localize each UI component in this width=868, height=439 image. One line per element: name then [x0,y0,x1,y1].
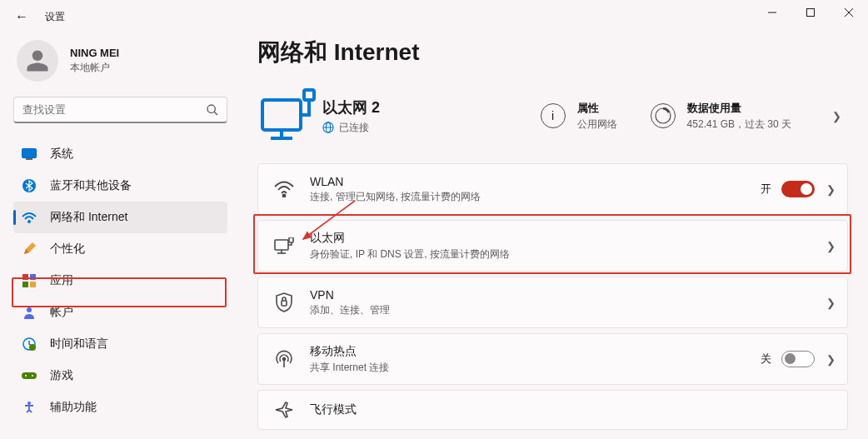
back-button[interactable]: ← [13,9,30,24]
card-sub: 连接, 管理已知网络, 按流量计费的网络 [310,190,481,204]
airplane-icon [273,399,295,421]
chevron-right-icon: ❯ [826,297,836,309]
chevron-right-icon[interactable]: ❯ [825,110,848,122]
connection-icon [257,87,322,145]
sidebar-item-label: 个性化 [50,242,85,257]
apps-icon [22,273,37,288]
sidebar-item-label: 游戏 [50,368,73,383]
connection-name: 以太网 2 [322,97,380,117]
search-input[interactable] [13,97,227,123]
close-button[interactable] [830,0,868,25]
sidebar-item-label: 网络和 Internet [50,210,127,225]
svg-rect-12 [22,282,28,287]
svg-point-20 [27,402,31,405]
svg-line-5 [214,112,217,115]
svg-rect-10 [22,274,28,280]
svg-rect-33 [289,237,293,242]
hotspot-toggle[interactable] [781,351,815,367]
sidebar-item-label: 辅助功能 [50,400,97,415]
svg-rect-21 [262,100,301,130]
svg-rect-13 [30,282,36,287]
chevron-right-icon: ❯ [826,240,836,252]
toggle-label: 开 [761,182,771,197]
sidebar-item-label: 系统 [50,147,73,162]
network-icon [22,210,37,225]
sidebar-item-label: 时间和语言 [50,337,108,352]
card-title: 移动热点 [310,344,389,359]
svg-rect-6 [22,149,37,158]
card-ethernet[interactable]: 以太网 身份验证, IP 和 DNS 设置, 按流量计费的网络 ❯ [257,220,848,272]
card-title: WLAN [310,175,481,188]
svg-point-16 [29,344,36,351]
svg-rect-1 [807,9,815,17]
card-sub: 共享 Internet 连接 [310,361,389,375]
sidebar-item-apps[interactable]: 应用 [13,265,227,297]
time-icon [22,337,37,352]
toggle-label: 关 [761,352,771,367]
card-title: 飞行模式 [310,402,357,417]
system-icon [22,147,37,162]
sidebar-item-accounts[interactable]: 帐户 [13,297,227,328]
chevron-right-icon: ❯ [826,353,836,366]
sidebar-item-label: 蓝牙和其他设备 [50,178,132,193]
svg-rect-24 [304,90,314,100]
gaming-icon [22,368,37,383]
data-usage-block[interactable]: 数据使用量 452.41 GB，过去 30 天 [651,101,791,132]
maximize-button[interactable] [791,0,830,25]
bluetooth-icon [22,178,37,193]
accounts-icon [22,305,37,320]
personalize-icon [22,242,37,257]
svg-rect-34 [282,301,287,306]
sidebar-item-label: 应用 [50,273,73,288]
svg-point-18 [25,375,27,377]
properties-title: 属性 [577,101,617,116]
user-name: NING MEI [70,47,119,59]
window-title: 设置 [45,10,65,24]
avatar [17,40,58,82]
card-wlan[interactable]: WLAN 连接, 管理已知网络, 按流量计费的网络 开 ❯ [257,163,848,215]
minimize-button[interactable] [753,0,791,25]
sidebar-item-personalize[interactable]: 个性化 [13,233,227,265]
sidebar-item-time[interactable]: 时间和语言 [13,328,227,360]
card-hotspot[interactable]: 移动热点 共享 Internet 连接 关 ❯ [257,333,848,385]
svg-point-14 [27,307,32,312]
svg-rect-7 [26,158,32,160]
accessibility-icon [22,400,37,415]
globe-icon [322,122,334,133]
sidebar-item-accessibility[interactable]: 辅助功能 [13,392,227,423]
card-vpn[interactable]: VPN 添加、连接、管理 ❯ [257,277,848,328]
sidebar-item-gaming[interactable]: 游戏 [13,360,227,392]
vpn-icon [273,292,295,313]
properties-block[interactable]: i 属性 公用网络 [541,101,617,132]
chevron-right-icon: ❯ [826,183,836,196]
wlan-toggle[interactable] [781,181,815,197]
card-title: VPN [310,288,390,302]
user-block[interactable]: NING MEI 本地帐户 [13,33,227,97]
svg-point-19 [32,375,33,377]
info-icon: i [541,103,566,128]
card-title: 以太网 [310,231,510,246]
connection-status: 已连接 [339,121,369,135]
data-usage-sub: 452.41 GB，过去 30 天 [687,117,791,132]
data-usage-title: 数据使用量 [687,101,791,116]
card-sub: 添加、连接、管理 [310,303,390,317]
svg-point-9 [27,220,31,223]
ethernet-icon [273,235,295,257]
svg-point-4 [207,105,215,112]
page-title: 网络和 Internet [257,37,848,68]
data-usage-icon [651,103,676,128]
svg-rect-30 [275,240,288,250]
sidebar-item-network[interactable]: 网络和 Internet [13,202,227,233]
svg-rect-11 [30,274,36,280]
card-airplane[interactable]: 飞行模式 [257,390,848,430]
sidebar-item-system[interactable]: 系统 [13,138,227,170]
properties-sub: 公用网络 [577,117,617,132]
search-icon [206,103,219,117]
svg-rect-17 [22,372,37,379]
user-sub: 本地帐户 [70,61,119,75]
card-sub: 身份验证, IP 和 DNS 设置, 按流量计费的网络 [310,247,510,262]
sidebar-item-label: 帐户 [50,305,73,320]
sidebar-item-bluetooth[interactable]: 蓝牙和其他设备 [13,170,227,202]
wifi-icon [273,178,295,200]
svg-point-29 [283,195,286,197]
